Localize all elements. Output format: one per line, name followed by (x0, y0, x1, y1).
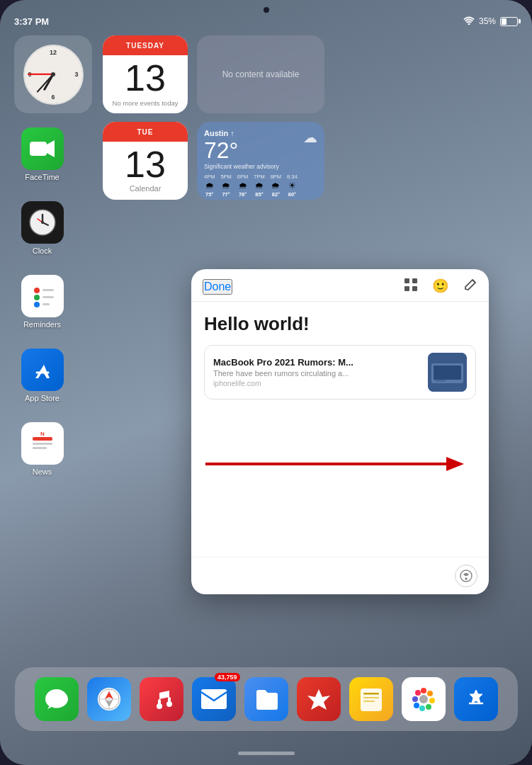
svg-point-54 (415, 690, 421, 696)
svg-point-39 (166, 701, 172, 707)
mail-badge: 43,759 (215, 673, 240, 681)
camera-dot (264, 7, 269, 13)
calendar-standalone[interactable]: TUE 13 Calendar (103, 122, 188, 200)
location-arrow-icon: ↑ (230, 129, 234, 137)
facetime-icon (21, 128, 64, 170)
weather-temp: 72° (204, 139, 279, 162)
svg-rect-25 (435, 380, 446, 382)
red-arrow (205, 453, 468, 475)
app-clock[interactable]: Clock (16, 201, 69, 255)
svg-point-7 (41, 221, 44, 224)
dock-spark[interactable] (297, 677, 341, 721)
svg-point-29 (465, 578, 467, 579)
battery-icon (500, 17, 518, 26)
dock-safari[interactable] (87, 677, 131, 721)
status-time: 3:37 PM (14, 16, 49, 27)
notes-bottom-bar (191, 557, 489, 594)
clock-second-hand (28, 74, 53, 75)
dock-messages[interactable] (35, 677, 79, 721)
notes-link-card[interactable]: MacBook Pro 2021 Rumors: M... There have… (204, 345, 476, 400)
notes-grid-icon[interactable] (404, 278, 418, 295)
svg-marker-2 (47, 140, 55, 157)
weather-city: Austin ↑ (204, 129, 279, 137)
svg-point-0 (468, 23, 470, 26)
reminders-label: Reminders (23, 320, 61, 329)
notes-toolbar-icons: 🙂 (404, 278, 477, 295)
svg-point-48 (427, 691, 433, 696)
svg-rect-20 (404, 286, 409, 291)
notes-compose-icon[interactable] (463, 278, 477, 295)
app-appstore[interactable]: App Store (16, 348, 69, 402)
svg-rect-44 (363, 697, 379, 698)
svg-rect-45 (363, 701, 375, 702)
svg-rect-13 (43, 303, 50, 305)
svg-point-51 (419, 706, 425, 711)
weather-cloud-icon: ☁ (303, 129, 317, 146)
clock-label: Clock (33, 246, 52, 255)
svg-rect-1 (30, 142, 47, 156)
svg-text:N: N (40, 431, 45, 437)
calendar-standalone-date: 13 (103, 142, 188, 184)
calendar-standalone-header: TUE (103, 122, 188, 142)
clock-face: 12 3 6 9 (23, 45, 84, 105)
dock-appstore[interactable] (454, 677, 498, 721)
app-facetime[interactable]: FaceTime (16, 128, 69, 181)
dock-mail[interactable]: 43,759 (192, 677, 236, 721)
no-content-text: No content available (222, 69, 300, 79)
svg-point-47 (421, 688, 426, 693)
svg-point-38 (157, 703, 162, 709)
svg-point-10 (34, 302, 40, 307)
notes-emoji-icon[interactable]: 🙂 (432, 278, 449, 295)
dock-photos[interactable] (402, 677, 446, 721)
svg-rect-16 (33, 447, 47, 449)
calendar-widget-small[interactable]: TUESDAY 13 No more events today (103, 35, 188, 113)
clock-widget[interactable]: 12 3 6 9 (14, 35, 92, 113)
left-apps: FaceTime Clock (16, 128, 69, 476)
app-reminders[interactable]: Reminders (16, 275, 69, 329)
reminders-icon (21, 275, 64, 317)
notes-link-title: MacBook Pro 2021 Rumors: M... (213, 357, 421, 368)
ipad-frame: 3:37 PM 35% 12 3 6 9 (0, 0, 532, 765)
svg-point-52 (414, 703, 419, 708)
svg-rect-12 (43, 296, 54, 298)
appstore-label: App Store (25, 394, 60, 402)
svg-point-8 (34, 288, 40, 293)
svg-rect-40 (201, 689, 227, 709)
notes-toolbar: Done 🙂 (191, 269, 489, 302)
calendar-date: 13 (103, 55, 188, 98)
notes-link-description: There have been rumors circulating a... (213, 369, 421, 378)
calendar-standalone-name: Calendar (103, 184, 188, 193)
status-bar: 3:37 PM 35% (14, 14, 518, 28)
svg-rect-43 (363, 693, 379, 695)
calendar-day-name: TUESDAY (103, 35, 188, 55)
notes-assistant-button[interactable] (455, 565, 477, 587)
notes-done-button[interactable]: Done (203, 279, 232, 295)
clock-icon (21, 201, 64, 244)
svg-rect-42 (361, 688, 382, 711)
svg-point-49 (429, 698, 435, 703)
dock-music[interactable] (140, 677, 183, 721)
svg-rect-18 (404, 278, 409, 283)
status-right: 35% (463, 15, 518, 28)
appstore-icon (21, 348, 64, 391)
weather-description: Significant weather advisory (204, 163, 279, 170)
svg-point-53 (412, 696, 418, 702)
svg-rect-14 (33, 437, 52, 441)
facetime-label: FaceTime (25, 173, 60, 181)
svg-rect-11 (43, 289, 54, 291)
svg-point-9 (34, 295, 40, 300)
dock-notes[interactable] (349, 677, 393, 721)
app-news[interactable]: N News (16, 422, 69, 476)
notes-widget[interactable]: Done 🙂 (191, 269, 489, 594)
notes-content: Hello world! MacBook Pro 2021 Rumors: M.… (191, 302, 489, 557)
battery-percent: 35% (479, 16, 496, 26)
svg-marker-27 (446, 457, 464, 471)
svg-point-46 (419, 695, 428, 703)
notes-title: Hello world! (204, 313, 476, 335)
dock-files[interactable] (244, 677, 288, 721)
no-content-widget: No content available (197, 35, 324, 113)
dock: 43,759 (15, 667, 518, 731)
svg-rect-21 (412, 286, 417, 291)
weather-widget[interactable]: Austin ↑ 72° Significant weather advisor… (197, 122, 324, 200)
svg-point-50 (426, 704, 431, 710)
